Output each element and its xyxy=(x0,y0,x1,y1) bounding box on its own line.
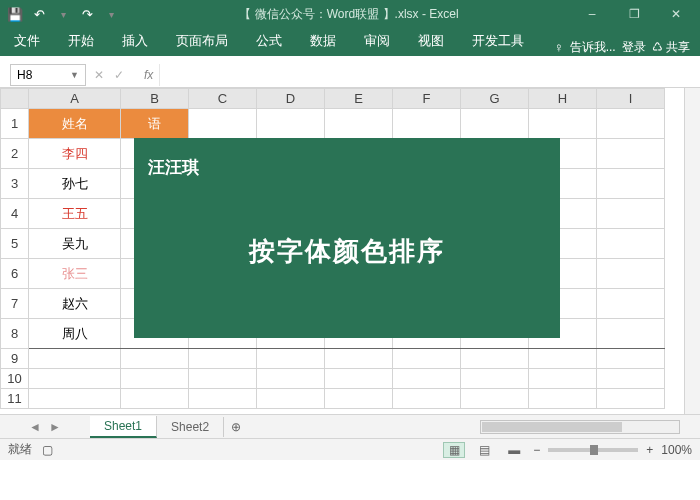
zoom-in-button[interactable]: + xyxy=(646,443,653,457)
row-header[interactable]: 2 xyxy=(1,139,29,169)
undo-icon[interactable]: ↶ xyxy=(30,5,48,23)
tellme-input[interactable]: 告诉我... xyxy=(570,39,616,56)
row-header[interactable]: 4 xyxy=(1,199,29,229)
cell-name[interactable]: 张三 xyxy=(29,259,121,289)
sheet-tab-1[interactable]: Sheet1 xyxy=(90,416,157,438)
fx-icon[interactable]: fx xyxy=(144,68,153,82)
status-bar: 就绪 ▢ ▦ ▤ ▬ − + 100% xyxy=(0,438,700,460)
cell-name[interactable]: 孙七 xyxy=(29,169,121,199)
row-header[interactable]: 6 xyxy=(1,259,29,289)
col-header[interactable]: F xyxy=(393,89,461,109)
qa-customize-icon[interactable]: ▾ xyxy=(102,5,120,23)
col-header[interactable]: B xyxy=(121,89,189,109)
restore-button[interactable]: ❐ xyxy=(614,4,654,24)
zoom-level[interactable]: 100% xyxy=(661,443,692,457)
lightbulb-icon: ♀ xyxy=(554,40,564,55)
ribbon-tabs: 文件 开始 插入 页面布局 公式 数据 审阅 视图 开发工具 ♀ 告诉我... … xyxy=(0,28,700,56)
formula-controls: ✕ ✓ fx xyxy=(94,68,153,82)
sheet-tab-2[interactable]: Sheet2 xyxy=(157,417,224,437)
col-header[interactable]: G xyxy=(461,89,529,109)
row-header[interactable]: 10 xyxy=(1,369,29,389)
cell-name[interactable]: 王五 xyxy=(29,199,121,229)
row-header[interactable]: 8 xyxy=(1,319,29,349)
window-controls: – ❐ ✕ xyxy=(572,4,700,24)
tab-view[interactable]: 视图 xyxy=(404,27,458,56)
status-ready: 就绪 xyxy=(8,441,32,458)
col-header[interactable]: I xyxy=(597,89,665,109)
select-all-corner[interactable] xyxy=(1,89,29,109)
tab-review[interactable]: 审阅 xyxy=(350,27,404,56)
cell-name[interactable]: 赵六 xyxy=(29,289,121,319)
overlay-title: 按字体颜色排序 xyxy=(134,234,560,269)
overlay-author: 汪汪琪 xyxy=(148,156,199,179)
tab-file[interactable]: 文件 xyxy=(0,27,54,56)
normal-view-icon[interactable]: ▦ xyxy=(443,442,465,458)
row-header[interactable]: 1 xyxy=(1,109,29,139)
quick-access-toolbar: 💾 ↶ ▾ ↷ ▾ xyxy=(0,5,126,23)
formula-bar-row: H8 ▼ ✕ ✓ fx xyxy=(0,62,700,88)
vertical-scrollbar[interactable] xyxy=(684,88,700,414)
window-title: 【 微信公众号：Word联盟 】.xlsx - Excel xyxy=(126,6,572,23)
col-header[interactable]: C xyxy=(189,89,257,109)
close-button[interactable]: ✕ xyxy=(656,4,696,24)
sheet-nav[interactable]: ◄► xyxy=(0,420,90,434)
cell-name[interactable]: 周八 xyxy=(29,319,121,349)
macro-record-icon[interactable]: ▢ xyxy=(42,443,53,457)
cancel-formula-icon[interactable]: ✕ xyxy=(94,68,104,82)
sheet-tab-bar: ◄► Sheet1 Sheet2 ⊕ xyxy=(0,414,700,438)
add-sheet-button[interactable]: ⊕ xyxy=(224,420,248,434)
tab-developer[interactable]: 开发工具 xyxy=(458,27,538,56)
zoom-slider[interactable] xyxy=(548,448,638,452)
header-cell-name[interactable]: 姓名 xyxy=(29,109,121,139)
redo-icon[interactable]: ↷ xyxy=(78,5,96,23)
chevron-down-icon[interactable]: ▼ xyxy=(70,70,79,80)
signin-link[interactable]: 登录 xyxy=(622,39,646,56)
confirm-formula-icon[interactable]: ✓ xyxy=(114,68,124,82)
titlebar: 💾 ↶ ▾ ↷ ▾ 【 微信公众号：Word联盟 】.xlsx - Excel … xyxy=(0,0,700,28)
row-header[interactable]: 7 xyxy=(1,289,29,319)
tab-data[interactable]: 数据 xyxy=(296,27,350,56)
minimize-button[interactable]: – xyxy=(572,4,612,24)
row-header[interactable]: 5 xyxy=(1,229,29,259)
save-icon[interactable]: 💾 xyxy=(6,5,24,23)
cell-name[interactable]: 李四 xyxy=(29,139,121,169)
header-cell[interactable]: 语 xyxy=(121,109,189,139)
col-header[interactable]: D xyxy=(257,89,325,109)
share-button[interactable]: ♺ 共享 xyxy=(652,39,690,56)
tab-formulas[interactable]: 公式 xyxy=(242,27,296,56)
row-header[interactable]: 11 xyxy=(1,389,29,409)
undo-more-icon[interactable]: ▾ xyxy=(54,5,72,23)
overlay-banner: 汪汪琪 按字体颜色排序 xyxy=(134,138,560,338)
name-box-value: H8 xyxy=(17,68,32,82)
horizontal-scrollbar[interactable] xyxy=(480,420,680,434)
tab-insert[interactable]: 插入 xyxy=(108,27,162,56)
col-header[interactable]: A xyxy=(29,89,121,109)
tab-layout[interactable]: 页面布局 xyxy=(162,27,242,56)
page-break-view-icon[interactable]: ▬ xyxy=(503,442,525,458)
page-layout-view-icon[interactable]: ▤ xyxy=(473,442,495,458)
row-header[interactable]: 3 xyxy=(1,169,29,199)
tab-home[interactable]: 开始 xyxy=(54,27,108,56)
row-header[interactable]: 9 xyxy=(1,349,29,369)
col-header[interactable]: H xyxy=(529,89,597,109)
col-header[interactable]: E xyxy=(325,89,393,109)
name-box[interactable]: H8 ▼ xyxy=(10,64,86,86)
formula-bar[interactable] xyxy=(159,64,700,86)
zoom-out-button[interactable]: − xyxy=(533,443,540,457)
cell-name[interactable]: 吴九 xyxy=(29,229,121,259)
